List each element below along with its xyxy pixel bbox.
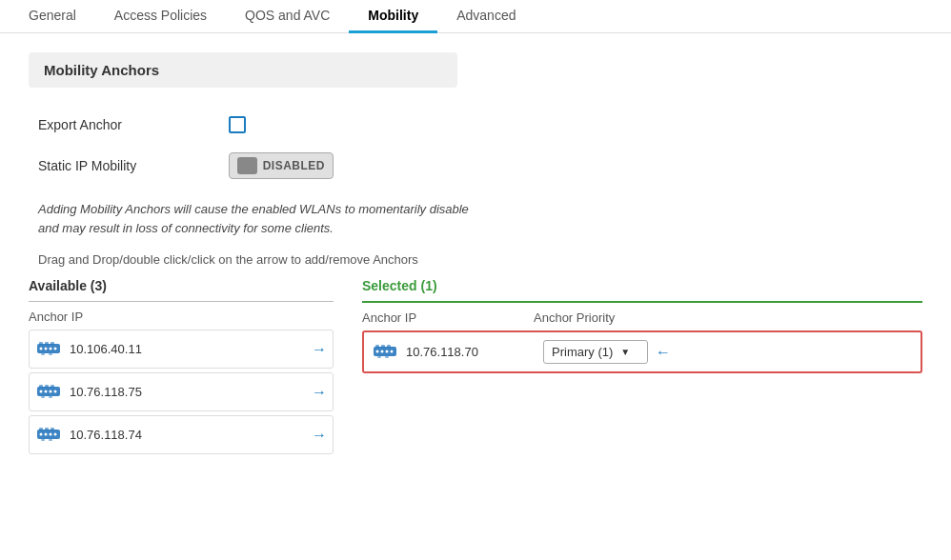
svg-point-14 <box>40 390 43 393</box>
available-item-2-ip: 10.76.118.74 <box>70 428 142 442</box>
export-anchor-label: Export Anchor <box>38 117 229 132</box>
checkbox-box[interactable] <box>229 116 246 133</box>
tab-access-policies[interactable]: Access Policies <box>95 0 226 33</box>
svg-rect-39 <box>385 356 389 358</box>
svg-point-35 <box>381 350 384 353</box>
selected-item-0[interactable]: 10.76.118.70 Primary (1) ▼ ← <box>362 330 922 373</box>
export-anchor-checkbox[interactable] <box>229 116 246 133</box>
selected-col-headers: Anchor IP Anchor Priority <box>362 303 922 330</box>
svg-point-6 <box>50 348 52 350</box>
selected-device-icon-0 <box>372 341 398 363</box>
device-icon-1 <box>35 381 62 403</box>
selected-col-priority-header: Anchor Priority <box>534 310 922 325</box>
info-text: Adding Mobility Anchors will cause the e… <box>38 200 913 237</box>
svg-point-34 <box>376 350 379 353</box>
tab-qos-avc[interactable]: QOS and AVC <box>226 0 349 33</box>
section-header: Mobility Anchors <box>29 52 457 88</box>
svg-rect-32 <box>381 345 385 348</box>
svg-point-15 <box>45 390 48 393</box>
svg-rect-19 <box>49 396 52 398</box>
available-item-1-arrow[interactable]: → <box>312 384 327 401</box>
tab-advanced[interactable]: Advanced <box>437 0 535 33</box>
device-icon-0 <box>35 338 62 360</box>
available-item-2-arrow[interactable]: → <box>312 427 327 444</box>
priority-value-0: Primary (1) <box>552 345 613 359</box>
available-item-0[interactable]: 10.106.40.11 → <box>29 330 334 369</box>
svg-rect-29 <box>49 439 52 441</box>
available-item-0-arrow[interactable]: → <box>312 341 327 358</box>
svg-rect-11 <box>39 385 43 388</box>
svg-rect-2 <box>45 342 49 345</box>
available-item-1-ip: 10.76.118.75 <box>70 385 142 399</box>
selected-item-0-remove-arrow[interactable]: ← <box>656 344 671 361</box>
svg-point-17 <box>54 390 57 393</box>
tab-general[interactable]: General <box>10 0 95 33</box>
svg-point-5 <box>45 348 48 350</box>
svg-point-7 <box>54 348 57 350</box>
svg-rect-21 <box>39 428 43 430</box>
export-anchor-row: Export Anchor <box>38 107 922 143</box>
selected-col-ip-header: Anchor IP <box>362 310 534 325</box>
selected-item-0-ip: 10.76.118.70 <box>406 345 478 359</box>
svg-point-4 <box>40 348 43 350</box>
anchor-panels: Available (3) Anchor IP <box>29 278 922 458</box>
selected-item-0-ip-area: 10.76.118.70 <box>372 341 543 363</box>
available-item-1[interactable]: 10.76.118.75 → <box>29 372 334 411</box>
svg-rect-9 <box>49 353 52 355</box>
dropdown-arrow-icon: ▼ <box>620 347 630 357</box>
svg-rect-31 <box>375 345 379 348</box>
static-ip-label: Static IP Mobility <box>38 158 229 173</box>
toggle-state-label: DISABLED <box>263 159 325 172</box>
svg-rect-12 <box>45 385 49 388</box>
svg-rect-33 <box>387 345 391 348</box>
static-ip-toggle[interactable]: DISABLED <box>229 152 334 179</box>
svg-rect-28 <box>41 439 45 441</box>
tab-bar: General Access Policies QOS and AVC Mobi… <box>0 0 951 33</box>
svg-rect-1 <box>39 342 43 345</box>
main-content: Mobility Anchors Export Anchor Static IP… <box>0 33 951 477</box>
selected-panel-title: Selected (1) <box>362 278 922 303</box>
drag-instructions: Drag and Drop/double click/click on the … <box>38 252 913 267</box>
svg-rect-22 <box>45 428 49 430</box>
svg-point-26 <box>50 433 52 436</box>
selected-panel: Selected (1) Anchor IP Anchor Priority <box>362 278 922 458</box>
svg-rect-23 <box>51 428 54 430</box>
svg-point-37 <box>391 350 394 353</box>
tab-mobility[interactable]: Mobility <box>349 0 437 33</box>
svg-point-27 <box>54 433 57 436</box>
priority-dropdown-0[interactable]: Primary (1) ▼ <box>543 340 648 364</box>
svg-rect-3 <box>51 342 54 345</box>
svg-rect-38 <box>377 356 381 358</box>
available-panel-title: Available (3) <box>29 278 334 302</box>
svg-point-25 <box>45 433 48 436</box>
static-ip-row: Static IP Mobility DISABLED <box>38 143 922 189</box>
device-icon-2 <box>35 424 62 446</box>
available-item-2[interactable]: 10.76.118.74 → <box>29 415 334 454</box>
svg-point-36 <box>386 350 389 353</box>
svg-point-16 <box>50 390 52 393</box>
svg-rect-8 <box>41 353 45 355</box>
selected-item-0-priority-area: Primary (1) ▼ ← <box>543 340 913 364</box>
svg-rect-18 <box>41 396 45 398</box>
available-col-header: Anchor IP <box>29 302 334 330</box>
toggle-knob <box>237 157 257 174</box>
available-panel: Available (3) Anchor IP <box>29 278 334 458</box>
available-item-0-ip: 10.106.40.11 <box>70 342 142 356</box>
svg-rect-13 <box>51 385 54 388</box>
svg-point-24 <box>40 433 43 436</box>
